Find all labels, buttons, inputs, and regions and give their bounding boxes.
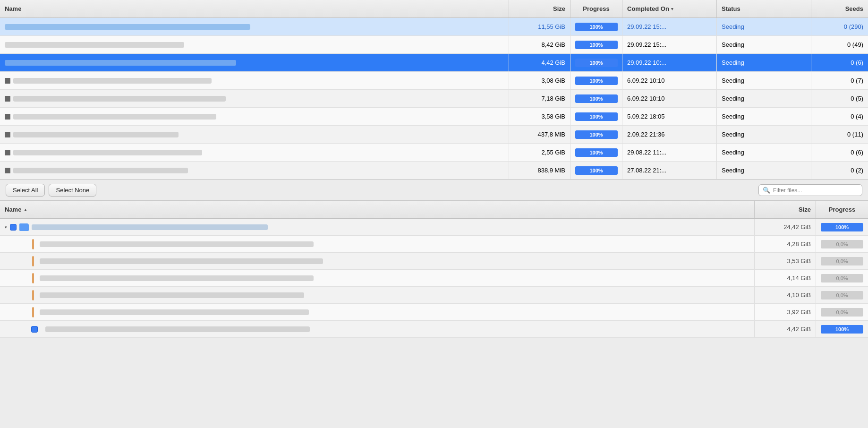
torrent-seeds-cell: 0 (4) [811, 108, 868, 125]
table-row[interactable]: 3,08 GiB 100% 6.09.22 10:10 Seeding 0 (7… [0, 72, 868, 90]
torrent-completed-cell: 27.08.22 21:... [622, 162, 717, 179]
table-row[interactable]: 437,8 MiB 100% 2.09.22 21:36 Seeding 0 (… [0, 126, 868, 144]
file-name-cell [0, 287, 755, 303]
progress-bar: 100% [575, 41, 618, 49]
sort-asc-icon: ▲ [23, 207, 27, 212]
torrent-completed-cell: 5.09.22 18:05 [622, 108, 717, 125]
torrent-completed-cell: 6.09.22 10:10 [622, 90, 717, 107]
file-size-cell: 24,42 GiB [755, 219, 816, 235]
file-size-cell: 3,92 GiB [755, 304, 816, 320]
torrent-progress-cell: 100% [570, 126, 622, 143]
file-header-progress[interactable]: Progress [816, 201, 868, 218]
list-item[interactable]: 3,53 GiB 0,0% [0, 253, 868, 270]
torrent-completed-cell: 6.09.22 10:10 [622, 72, 717, 89]
header-name[interactable]: Name [0, 0, 509, 17]
list-item[interactable]: ▾ 24,42 GiB 100% [0, 219, 868, 236]
progress-bar: 100% [575, 166, 618, 175]
file-checkbox[interactable] [31, 326, 38, 333]
list-item[interactable]: 4,14 GiB 0,0% [0, 270, 868, 287]
table-row[interactable]: 838,9 MiB 100% 27.08.22 21:... Seeding 0… [0, 162, 868, 180]
priority-bar-icon [32, 273, 34, 283]
torrent-name-cell [0, 54, 509, 71]
priority-bar-icon [32, 307, 34, 317]
file-name-blurred [40, 292, 304, 298]
progress-bar: 100% [575, 148, 618, 157]
torrent-size-cell: 437,8 MiB [509, 126, 570, 143]
filter-files-search[interactable]: 🔍 [758, 184, 862, 196]
file-progress-cell: 100% [816, 321, 868, 337]
table-row[interactable]: 3,58 GiB 100% 5.09.22 18:05 Seeding 0 (4… [0, 108, 868, 126]
torrent-name-cell [0, 108, 509, 125]
file-table-header: Name ▲ Size Progress [0, 201, 868, 219]
table-row[interactable]: 11,55 GiB 100% 29.09.22 15:... Seeding 0… [0, 18, 868, 36]
file-header-name[interactable]: Name ▲ [0, 201, 755, 218]
table-row[interactable]: 7,18 GiB 100% 6.09.22 10:10 Seeding 0 (5… [0, 90, 868, 108]
progress-bar: 100% [575, 59, 618, 67]
torrent-size-cell: 4,42 GiB [509, 54, 570, 71]
torrent-status-cell: Seeding [717, 18, 811, 35]
file-size-cell: 4,28 GiB [755, 236, 816, 252]
table-row[interactable]: 2,55 GiB 100% 29.08.22 11:... Seeding 0 … [0, 144, 868, 162]
header-completed-on[interactable]: Completed On ▾ [622, 0, 717, 17]
file-name-blurred [32, 224, 268, 230]
chevron-down-icon[interactable]: ▾ [5, 225, 7, 230]
torrent-status-cell: Seeding [717, 144, 811, 161]
table-row[interactable]: 8,42 GiB 100% 29.09.22 15:... Seeding 0 … [0, 36, 868, 54]
file-size-cell: 4,14 GiB [755, 270, 816, 286]
file-name-cell [0, 321, 755, 337]
torrent-status-cell: Seeding [717, 54, 811, 71]
header-seeds[interactable]: Seeds [811, 0, 868, 17]
list-item[interactable]: 4,10 GiB 0,0% [0, 287, 868, 304]
torrent-status-cell: Seeding [717, 72, 811, 89]
torrent-seeds-cell: 0 (290) [811, 18, 868, 35]
select-none-button[interactable]: Select None [49, 184, 96, 197]
header-size[interactable]: Size [509, 0, 570, 17]
torrent-size-cell: 8,42 GiB [509, 36, 570, 53]
file-name-blurred [40, 258, 323, 264]
torrent-progress-cell: 100% [570, 72, 622, 89]
torrent-name-cell [0, 72, 509, 89]
header-progress[interactable]: Progress [570, 0, 622, 17]
torrent-seeds-cell: 0 (5) [811, 90, 868, 107]
progress-bar: 100% [575, 77, 618, 85]
progress-bar-empty: 0,0% [821, 257, 863, 265]
torrent-completed-cell: 29.09.22 15:... [622, 18, 717, 35]
table-row[interactable]: 4,42 GiB 100% 29.09.22 10:... Seeding 0 … [0, 54, 868, 72]
torrent-size-cell: 3,08 GiB [509, 72, 570, 89]
progress-bar-empty: 0,0% [821, 240, 863, 248]
progress-bar-empty: 0,0% [821, 274, 863, 282]
folder-checkbox[interactable] [10, 224, 17, 231]
torrent-seeds-cell: 0 (6) [811, 144, 868, 161]
torrent-size-cell: 7,18 GiB [509, 90, 570, 107]
file-name-cell [0, 236, 755, 252]
torrent-progress-cell: 100% [570, 162, 622, 179]
file-progress-cell: 0,0% [816, 236, 868, 252]
torrent-completed-cell: 29.09.22 10:... [622, 54, 717, 71]
header-status[interactable]: Status [717, 0, 811, 17]
torrent-status-cell: Seeding [717, 90, 811, 107]
list-item[interactable]: 4,28 GiB 0,0% [0, 236, 868, 253]
torrent-progress-cell: 100% [570, 54, 622, 71]
file-list-section: Name ▲ Size Progress ▾ 24,42 GiB 100% 4,… [0, 201, 868, 338]
file-size-cell: 3,53 GiB [755, 253, 816, 269]
file-name-blurred [40, 241, 314, 247]
list-item[interactable]: 4,42 GiB 100% [0, 321, 868, 338]
toolbar: Select All Select None 🔍 [0, 180, 868, 201]
file-size-cell: 4,42 GiB [755, 321, 816, 337]
file-header-size[interactable]: Size [755, 201, 816, 218]
torrent-seeds-cell: 0 (11) [811, 126, 868, 143]
torrent-list-section: Name Size Progress Completed On ▾ Status… [0, 0, 868, 180]
select-all-button[interactable]: Select All [6, 184, 45, 197]
file-progress-cell: 0,0% [816, 270, 868, 286]
torrent-progress-cell: 100% [570, 18, 622, 35]
list-item[interactable]: 3,92 GiB 0,0% [0, 304, 868, 321]
filter-files-input[interactable] [773, 187, 858, 194]
torrent-completed-cell: 29.08.22 11:... [622, 144, 717, 161]
sort-desc-icon: ▾ [671, 7, 673, 11]
progress-bar-full: 100% [821, 223, 863, 231]
file-name-blurred [40, 309, 309, 315]
folder-icon [19, 223, 29, 231]
torrent-status-cell: Seeding [717, 108, 811, 125]
progress-bar-empty: 0,0% [821, 308, 863, 317]
progress-bar-empty: 0,0% [821, 291, 863, 300]
